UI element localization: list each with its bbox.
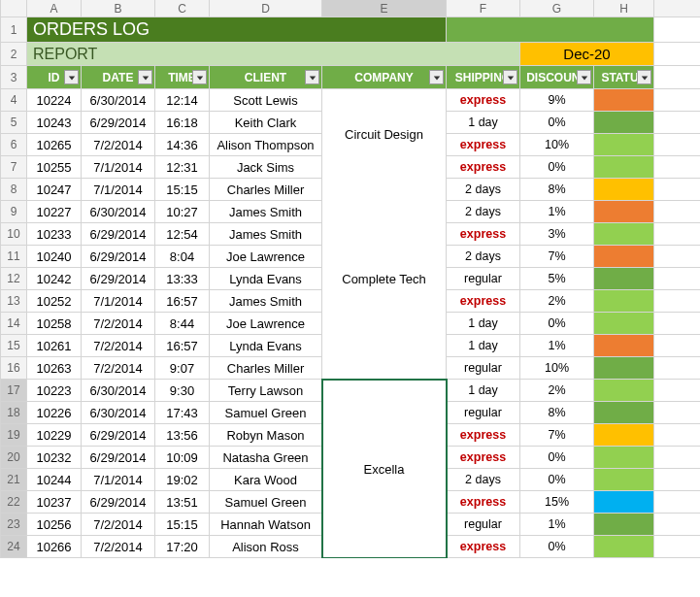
cell-status[interactable]	[594, 469, 654, 490]
col-header[interactable]: D	[210, 0, 322, 17]
cell-time[interactable]: 15:15	[155, 179, 210, 200]
cell-shipping[interactable]: 1 day	[447, 313, 520, 334]
cell-id[interactable]: 10240	[27, 246, 82, 267]
cell-id[interactable]: 10256	[27, 514, 82, 535]
cell-client[interactable]: Kara Wood	[210, 469, 322, 490]
filter-dropdown-icon[interactable]	[64, 70, 79, 84]
cell-discount[interactable]: 9%	[520, 89, 594, 111]
col-header[interactable]: C	[155, 0, 210, 17]
cell-status[interactable]	[594, 514, 654, 535]
cell-id[interactable]: 10226	[27, 402, 82, 423]
col-header[interactable]: F	[447, 0, 520, 17]
cell-discount[interactable]: 1%	[520, 335, 594, 356]
filter-dropdown-icon[interactable]	[429, 70, 444, 84]
cell-time[interactable]: 9:30	[155, 380, 210, 401]
cell-shipping[interactable]: express	[447, 447, 520, 468]
cell-date[interactable]: 7/1/2014	[82, 469, 155, 490]
row-header[interactable]: 13	[0, 290, 27, 312]
cell-date[interactable]: 6/29/2014	[82, 246, 155, 267]
cell-discount[interactable]: 8%	[520, 179, 594, 200]
cell-status[interactable]	[594, 536, 654, 557]
cell-client[interactable]: Terry Lawson	[210, 380, 322, 401]
cell-shipping[interactable]: regular	[447, 268, 520, 289]
cell-date[interactable]: 6/30/2014	[82, 380, 155, 401]
cell-shipping[interactable]: 1 day	[447, 335, 520, 356]
row-header[interactable]: 3	[0, 66, 27, 88]
cell-id[interactable]: 10266	[27, 536, 82, 557]
cell-time[interactable]: 16:18	[155, 112, 210, 133]
row-header[interactable]: 12	[0, 268, 27, 289]
cell-id[interactable]: 10237	[27, 491, 82, 513]
filter-dropdown-icon[interactable]	[577, 70, 591, 84]
cell-time[interactable]: 13:51	[155, 491, 210, 513]
cell-client[interactable]: Joe Lawrence	[210, 246, 322, 267]
cell-id[interactable]: 10224	[27, 89, 82, 111]
cell-time[interactable]: 10:09	[155, 447, 210, 468]
cell-shipping[interactable]: express	[447, 536, 520, 557]
cell-status[interactable]	[594, 268, 654, 289]
th-time[interactable]: TIME	[155, 66, 210, 88]
cell-date[interactable]: 6/30/2014	[82, 402, 155, 423]
cell-client[interactable]: Natasha Green	[210, 447, 322, 468]
cell-status[interactable]	[594, 402, 654, 423]
row-header[interactable]: 2	[0, 43, 27, 65]
row-header[interactable]: 6	[0, 134, 27, 155]
cell-date[interactable]: 7/1/2014	[82, 179, 155, 200]
cell-status[interactable]	[594, 89, 654, 111]
cell-id[interactable]: 10261	[27, 335, 82, 356]
cell-shipping[interactable]: 1 day	[447, 380, 520, 401]
row-header[interactable]: 9	[0, 201, 27, 222]
cell-discount[interactable]: 8%	[520, 402, 594, 423]
row-header[interactable]: 5	[0, 112, 27, 133]
row-header[interactable]: 17	[0, 380, 27, 401]
cell-id[interactable]: 10263	[27, 357, 82, 379]
cell-status[interactable]	[594, 335, 654, 356]
cell-id[interactable]: 10243	[27, 112, 82, 133]
col-header[interactable]: H	[594, 0, 654, 17]
row-header[interactable]: 10	[0, 223, 27, 245]
cell-status[interactable]	[594, 156, 654, 178]
cell-status[interactable]	[594, 223, 654, 245]
cell-time[interactable]: 8:44	[155, 313, 210, 334]
cell-id[interactable]: 10252	[27, 290, 82, 312]
cell-id[interactable]: 10242	[27, 268, 82, 289]
cell-shipping[interactable]: 2 days	[447, 179, 520, 200]
report-label-cell[interactable]: REPORT	[27, 43, 520, 65]
cell-discount[interactable]: 0%	[520, 156, 594, 178]
cell-shipping[interactable]: 2 days	[447, 201, 520, 222]
cell-client[interactable]: Alison Thompson	[210, 134, 322, 155]
cell-shipping[interactable]: express	[447, 89, 520, 111]
cell-time[interactable]: 10:27	[155, 201, 210, 222]
cell-id[interactable]: 10233	[27, 223, 82, 245]
cell-id[interactable]: 10227	[27, 201, 82, 222]
company-merged-cell-selected[interactable]: Excella	[322, 380, 447, 558]
cell-client[interactable]: Robyn Mason	[210, 424, 322, 446]
cell-discount[interactable]: 2%	[520, 290, 594, 312]
cell-id[interactable]: 10247	[27, 179, 82, 200]
cell-date[interactable]: 6/29/2014	[82, 268, 155, 289]
cell-date[interactable]: 6/29/2014	[82, 424, 155, 446]
cell-status[interactable]	[594, 491, 654, 513]
cell-shipping[interactable]: 1 day	[447, 112, 520, 133]
row-header[interactable]: 18	[0, 402, 27, 423]
col-header[interactable]: A	[27, 0, 82, 17]
cell-time[interactable]: 19:02	[155, 469, 210, 490]
cell-status[interactable]	[594, 380, 654, 401]
title-end[interactable]	[447, 17, 654, 42]
row-header[interactable]: 24	[0, 536, 27, 557]
cell-discount[interactable]: 2%	[520, 380, 594, 401]
cell-discount[interactable]: 10%	[520, 357, 594, 379]
cell-time[interactable]: 13:33	[155, 268, 210, 289]
company-merged-cell[interactable]: Circuit Design	[322, 89, 447, 179]
col-header[interactable]: B	[82, 0, 155, 17]
cell-id[interactable]: 10244	[27, 469, 82, 490]
row-header[interactable]: 21	[0, 469, 27, 490]
row-header[interactable]: 22	[0, 491, 27, 513]
cell-id[interactable]: 10229	[27, 424, 82, 446]
cell-time[interactable]: 12:31	[155, 156, 210, 178]
cell-time[interactable]: 8:04	[155, 246, 210, 267]
th-date[interactable]: DATE	[82, 66, 155, 88]
cell-time[interactable]: 17:43	[155, 402, 210, 423]
cell-date[interactable]: 6/30/2014	[82, 89, 155, 111]
cell-time[interactable]: 16:57	[155, 290, 210, 312]
